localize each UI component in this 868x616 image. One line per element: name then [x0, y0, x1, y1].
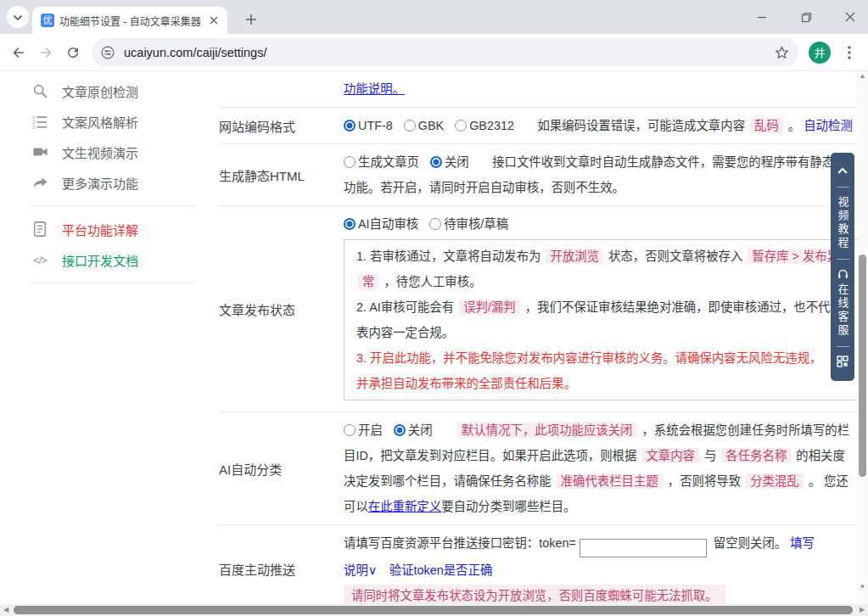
tab-search-button[interactable]: [7, 6, 29, 28]
online-service-tab[interactable]: 在线客服: [835, 283, 851, 338]
text-span: [444, 423, 456, 437]
sidebar-item[interactable]: 123文案风格解析: [0, 106, 219, 137]
radio-icon: [429, 218, 441, 230]
text-span: 1. 若审核通过，文章将自动发布为: [356, 249, 544, 263]
new-tab-button[interactable]: [239, 8, 263, 31]
inline-highlight: 文章内容: [641, 448, 699, 463]
notice-box: 1. 若审核通过，文章将自动发布为 开放浏览 状态，否则文章将被存入 暂存库 >…: [344, 239, 858, 400]
restore-button[interactable]: [795, 6, 817, 28]
chevron-down-icon: [13, 9, 23, 25]
radio-option[interactable]: 待审核/草稿: [429, 217, 508, 231]
tab-title: 功能细节设置 - 自动文章采集器: [59, 14, 202, 28]
radio-icon: [344, 120, 356, 132]
radio-option[interactable]: 生成文章页: [344, 155, 419, 169]
scroll-left-arrow[interactable]: ◀: [0, 604, 12, 616]
sidebar-divider: [30, 283, 195, 283]
text-span: 状态，否则文章将被存入: [605, 249, 746, 263]
qr-code-icon: [837, 356, 848, 371]
divider: [837, 259, 849, 260]
search-icon: [31, 83, 48, 98]
site-settings-icon[interactable]: [100, 45, 115, 60]
divider: [837, 187, 849, 188]
text-span: 。: [785, 119, 804, 132]
sidebar-item-label: 接口开发文档: [62, 251, 138, 269]
tab-close-button[interactable]: [207, 14, 221, 27]
scroll-right-arrow[interactable]: ▶: [856, 604, 868, 616]
window-controls: [751, 0, 861, 34]
sidebar-item[interactable]: </>接口开发文档: [0, 244, 219, 275]
browser-tab[interactable]: 优 功能细节设置 - 自动文章采集器: [32, 7, 227, 34]
inline-highlight: 准确代表栏目主题: [557, 473, 663, 489]
sidebar-item[interactable]: 文生视频演示: [0, 137, 219, 167]
sidebar-item[interactable]: 文章原创检测: [0, 76, 219, 106]
minimize-button[interactable]: [751, 6, 773, 28]
close-button[interactable]: [839, 6, 861, 28]
text-span: 功能。若开启，请同时开启自动审核，否则不生效。: [344, 181, 624, 194]
inline-highlight: 默认情况下，此项功能应该关闭: [457, 423, 636, 438]
bookmark-star-button[interactable]: [774, 44, 790, 60]
document-icon: [31, 221, 48, 237]
scroll-up-arrow[interactable]: ▲: [857, 71, 868, 81]
reload-button[interactable]: [59, 39, 87, 66]
sidebar-menu: 文章原创检测123文案风格解析文生视频演示更多演示功能平台功能详解</>接口开发…: [0, 71, 219, 616]
sidebar-item[interactable]: 更多演示功能: [0, 167, 219, 198]
text-span: 目ID，把文章发到对应栏目。如果开启此选项，则根据: [344, 449, 640, 462]
code-icon: </>: [31, 254, 48, 266]
radio-option[interactable]: 开启: [344, 423, 383, 437]
settings-row: 百度主动推送请填写百度资源平台推送接口密钥：token= 留空则关闭。 填写说明…: [219, 525, 858, 614]
setting-label: 网站编码格式: [219, 108, 344, 143]
link[interactable]: 说明∨: [344, 563, 377, 577]
browser-menu-button[interactable]: [836, 39, 863, 66]
back-button[interactable]: [5, 39, 32, 66]
link[interactable]: 自动检测: [804, 119, 853, 132]
inline-highlight: 暂存库 > 发布异: [748, 249, 843, 264]
scroll-down-arrow[interactable]: ▼: [857, 582, 868, 592]
link[interactable]: 在此重新定义: [368, 500, 441, 513]
link[interactable]: 验证token是否正确: [389, 563, 493, 577]
settings-row: 网站编码格式UTF-8GBKGB2312 如果编码设置错误，可能造成文章内容 乱…: [219, 108, 858, 144]
chevron-up-icon: [837, 163, 848, 178]
horizontal-scrollbar[interactable]: ◀ ▶: [0, 604, 868, 616]
radio-label: 开启: [358, 423, 383, 437]
back-to-top-button[interactable]: [837, 161, 848, 180]
profile-avatar-button[interactable]: 井: [809, 42, 831, 64]
radio-option[interactable]: GBK: [404, 119, 444, 132]
qr-code-button[interactable]: [837, 354, 848, 372]
sidebar-item-label: 更多演示功能: [62, 174, 138, 192]
text-span: 决定发到哪个栏目，请确保任务名称能: [344, 474, 555, 488]
svg-text:3: 3: [32, 125, 35, 129]
radio-option[interactable]: 关闭: [430, 155, 469, 169]
vertical-scrollbar[interactable]: ▲ ▼: [857, 71, 868, 604]
radio-icon: [404, 120, 416, 132]
text-span: ，系统会根据您创建任务时所填写的栏: [638, 423, 849, 437]
url-text[interactable]: ucaiyun.com/caiji/settings/: [124, 46, 774, 59]
forward-button[interactable]: [32, 39, 59, 66]
radio-label: 生成文章页: [358, 155, 419, 169]
radio-option[interactable]: UTF-8: [344, 119, 393, 132]
inline-highlight: 分类混乱: [746, 473, 804, 489]
link[interactable]: 功能说明。: [344, 82, 405, 96]
vertical-scrollbar-thumb[interactable]: [859, 255, 866, 477]
link[interactable]: 填写: [790, 536, 815, 550]
radio-option[interactable]: AI自动审核: [344, 217, 418, 231]
text-span: ，待您人工审核。: [380, 275, 481, 288]
sidebar-item[interactable]: 平台功能详解: [0, 214, 219, 244]
sidebar-item-label: 平台功能详解: [62, 221, 138, 238]
inline-highlight: 开放浏览: [546, 249, 603, 264]
video-camera-icon: [31, 144, 48, 160]
text-span: 可以: [344, 500, 368, 513]
radio-icon: [344, 156, 356, 168]
radio-option[interactable]: 关闭: [394, 423, 433, 437]
sidebar-item-label: 文章原创检测: [62, 82, 138, 100]
token-input[interactable]: [580, 539, 707, 557]
omnibox[interactable]: ucaiyun.com/caiji/settings/: [92, 38, 798, 66]
text-span: 。 您还: [805, 474, 848, 488]
radio-option[interactable]: GB2312: [455, 119, 514, 132]
sidebar-item-label: 文案风格解析: [62, 113, 138, 131]
radio-icon: [394, 424, 406, 436]
text-span: 与: [701, 449, 720, 462]
horizontal-scrollbar-thumb[interactable]: [14, 606, 853, 614]
radio-label: GB2312: [469, 119, 514, 132]
radio-icon: [455, 120, 467, 132]
video-tutorial-tab[interactable]: 视频教程: [835, 196, 851, 250]
